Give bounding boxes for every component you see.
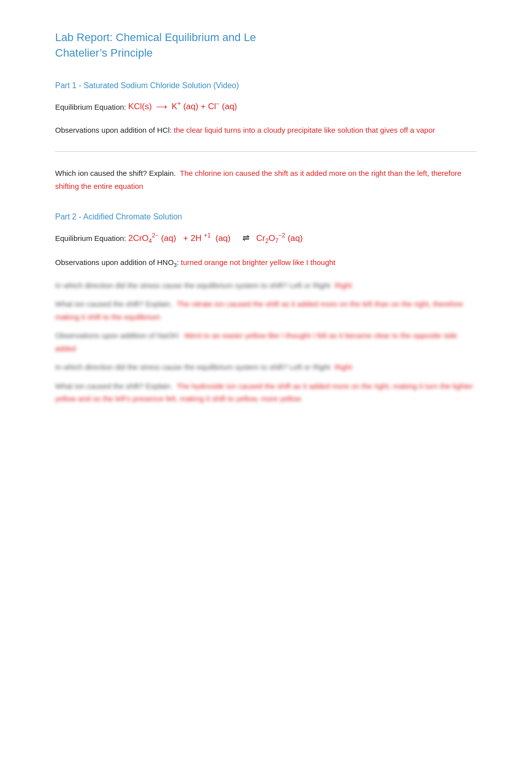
obs-text-p2: turned orange not brighter yellow like I… [181, 258, 336, 267]
part1-section: Part 1 - Saturated Sodium Chloride Solut… [55, 81, 477, 137]
chromate-formula: 2CrO42− (aq) + 2H +1 (aq) [128, 233, 242, 243]
eq-label-p2: Equilibrium Equation: [55, 234, 126, 242]
obs-label-p1: Observations upon addition of HCl: [55, 126, 174, 134]
k-ion: K [172, 102, 177, 111]
part2-title: Part 2 - Acidified Chromate Solution [55, 212, 477, 221]
blurred4-label: In which direction did the stress cause … [55, 363, 330, 371]
kcl-formula: KCl(s) ⟶ K+ (aq) + Cl− (aq) [128, 102, 237, 111]
section-divider [55, 151, 477, 152]
page-title: Lab Report: Chemical Equilibrium and Le … [55, 30, 477, 61]
eq-equilibrium-arrows: ⇌ [242, 233, 249, 243]
o7-sup: −2 [279, 232, 286, 239]
o7-sub: 7 [275, 237, 279, 244]
cro4-sup: 2− [152, 232, 159, 239]
part1-title: Part 1 - Saturated Sodium Chloride Solut… [55, 81, 477, 90]
blurred-block-5: What ion caused the shift? Explain. The … [55, 380, 477, 405]
k-sup: + [177, 101, 181, 108]
title-line1: Lab Report: Chemical Equilibrium and Le [55, 31, 256, 44]
blurred-block-2: What ion caused the shift? Explain. The … [55, 298, 477, 323]
blurred4-answer: Right [335, 363, 352, 371]
cl-sup: − [216, 101, 219, 108]
part2-equilibrium-equation: Equilibrium Equation: 2CrO42− (aq) + 2H … [55, 230, 477, 246]
part1-observations: Observations upon addition of HCl: the c… [55, 124, 477, 137]
blurred-block-1: In which direction did the stress cause … [55, 279, 477, 292]
part2-observations: Observations upon addition of HNO3: turn… [55, 256, 477, 270]
title-line2: Chatelier’s Principle [55, 47, 153, 59]
cr2-sub: 2 [265, 237, 269, 244]
obs-label-p2: Observations upon addition of HNO3: [55, 258, 181, 267]
blurred1-label: In which direction did the stress cause … [55, 281, 330, 290]
blurred3-label: Observations upon addition of NaOH: [55, 331, 180, 340]
blurred2-label: What ion caused the shift? Explain. [55, 300, 172, 308]
part1-shift-block: Which ion caused the shift? Explain. The… [55, 167, 477, 192]
blurred1-answer: Right [335, 281, 352, 290]
h-sup: +1 [204, 232, 211, 239]
eq-label-p1: Equilibrium Equation: [55, 102, 126, 111]
hno3-sub: 3 [174, 262, 177, 268]
aq1: (aq) [183, 102, 198, 111]
part1-equilibrium-equation: Equilibrium Equation: KCl(s) ⟶ K+ (aq) +… [55, 99, 477, 115]
eq-arrow: ⟶ [156, 100, 167, 113]
aq2: (aq) [222, 102, 237, 111]
kcl-text: KCl(s) [128, 102, 152, 111]
blurred5-label: What ion caused the shift? Explain. [55, 382, 172, 390]
blurred-block-4: In which direction did the stress cause … [55, 361, 477, 374]
dichromate-formula: Cr2O7−2 (aq) [251, 233, 303, 243]
shift-label-p1: Which ion caused the shift? Explain. [55, 169, 176, 177]
blurred-block-3: Observations upon addition of NaOH: Went… [55, 329, 477, 355]
part2-section: Part 2 - Acidified Chromate Solution Equ… [55, 212, 477, 405]
plus-cl: + Cl [201, 102, 216, 111]
obs-text-p1: the clear liquid turns into a cloudy pre… [174, 126, 435, 134]
